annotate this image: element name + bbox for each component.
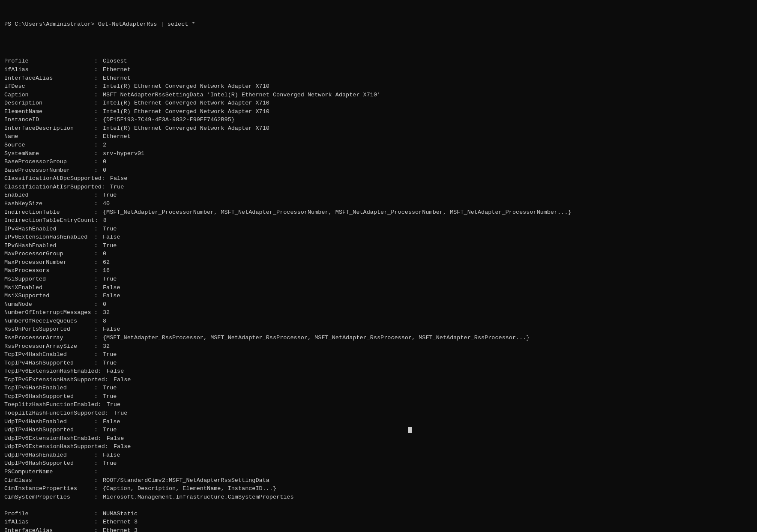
property-separator: : xyxy=(94,149,103,158)
property-separator: : xyxy=(94,392,103,401)
property-line: ifAlias: Ethernet 3 xyxy=(4,518,753,526)
property-line: ToeplitzHashFunctionSupported: True xyxy=(4,409,753,418)
property-name: TcpIPv6ExtensionHashSupported xyxy=(4,376,105,384)
property-value: True xyxy=(103,191,117,200)
property-line: ElementName: Intel(R) Ethernet Converged… xyxy=(4,108,753,116)
property-separator: : xyxy=(94,116,103,124)
property-separator: : xyxy=(105,376,114,384)
property-value: 32 xyxy=(103,308,110,317)
property-name: Source xyxy=(4,141,94,149)
property-name: ToeplitzHashFunctionEnabled xyxy=(4,400,98,409)
property-separator: : xyxy=(94,82,103,91)
property-separator: : xyxy=(94,141,103,149)
property-value: 0 xyxy=(103,250,106,258)
property-name: TcpIPv6HashSupported xyxy=(4,392,94,401)
property-value: Intel(R) Ethernet Converged Network Adap… xyxy=(103,99,269,108)
property-separator: : xyxy=(94,342,103,351)
property-line: PSComputerName: xyxy=(4,468,753,476)
property-value: True xyxy=(103,350,117,359)
property-name: HashKeySize xyxy=(4,200,94,208)
property-separator: : xyxy=(94,451,103,460)
property-value: Ethernet 3 xyxy=(103,526,138,532)
property-value: False xyxy=(114,442,131,451)
property-separator: : xyxy=(94,225,103,233)
property-name: BaseProcessorGroup xyxy=(4,158,94,166)
property-value: False xyxy=(103,325,120,334)
property-value: True xyxy=(103,242,117,250)
property-name: ifDesc xyxy=(4,82,94,91)
property-line: HashKeySize: 40 xyxy=(4,200,753,208)
property-value: True xyxy=(103,225,117,233)
property-line: Description: Intel(R) Ethernet Converged… xyxy=(4,99,753,108)
property-name: IPv4HashEnabled xyxy=(4,225,94,233)
property-name: IndirectionTable xyxy=(4,208,94,217)
property-line: RssOnPortsSupported: False xyxy=(4,325,753,334)
terminal-output: Profile: ClosestifAlias: EthernetInterfa… xyxy=(0,40,757,532)
blank-line xyxy=(4,49,753,57)
property-name: NumberOfReceiveQueues xyxy=(4,317,94,326)
property-separator: : xyxy=(94,510,103,518)
property-name: ElementName xyxy=(4,108,94,116)
property-separator: : xyxy=(94,493,103,502)
property-name: NumaNode xyxy=(4,300,94,309)
property-line: MaxProcessorGroup: 0 xyxy=(4,250,753,258)
property-line: IPv4HashEnabled: True xyxy=(4,225,753,233)
property-value: {Caption, Description, ElementName, Inst… xyxy=(103,484,276,493)
command-line: PS C:\Users\Administrator> Get-NetAdapte… xyxy=(4,20,753,29)
property-separator: : xyxy=(94,292,103,300)
property-line: NumberOfInterruptMessages: 32 xyxy=(4,308,753,317)
property-value: 0 xyxy=(103,158,106,166)
property-name: Enabled xyxy=(4,191,94,200)
property-value: True xyxy=(103,392,117,401)
property-line: MsiXEnabled: False xyxy=(4,284,753,292)
property-line: ClassificationAtDpcSupported: False xyxy=(4,174,753,183)
property-value: False xyxy=(103,284,120,292)
property-name: IndirectionTableEntryCount xyxy=(4,216,95,225)
property-line: Enabled: True xyxy=(4,191,753,200)
property-separator: : xyxy=(94,468,103,476)
property-separator: : xyxy=(94,359,103,368)
terminal-cursor xyxy=(408,427,412,433)
property-separator: : xyxy=(94,74,103,83)
property-name: NumberOfInterruptMessages xyxy=(4,308,94,317)
property-value: 8 xyxy=(103,317,106,326)
property-line: InterfaceAlias: Ethernet 3 xyxy=(4,526,753,532)
property-line: MsiXSupported: False xyxy=(4,292,753,300)
property-separator: : xyxy=(94,300,103,309)
property-separator: : xyxy=(102,174,110,183)
property-value: False xyxy=(103,451,120,460)
property-line: UdpIPv4HashSupported: True xyxy=(4,426,753,434)
property-line: ToeplitzHashFunctionEnabled: True xyxy=(4,400,753,409)
property-name: InterfaceAlias xyxy=(4,526,94,532)
property-line: MaxProcessorNumber: 62 xyxy=(4,258,753,267)
property-name: MaxProcessors xyxy=(4,266,94,275)
blank-line xyxy=(4,501,753,510)
property-name: Caption xyxy=(4,91,94,99)
property-value: False xyxy=(103,292,120,300)
property-line: Profile: NUMAStatic xyxy=(4,510,753,518)
property-name: ToeplitzHashFunctionSupported xyxy=(4,409,105,418)
property-name: UdpIPv6HashSupported xyxy=(4,459,94,468)
property-value: True xyxy=(114,409,127,418)
property-line: RssProcessorArray: {MSFT_NetAdapter_RssP… xyxy=(4,334,753,342)
property-line: ClassificationAtIsrSupported: True xyxy=(4,183,753,191)
property-separator: : xyxy=(94,275,103,284)
property-name: ClassificationAtIsrSupported xyxy=(4,183,102,191)
property-line: IPv6ExtensionHashEnabled: False xyxy=(4,233,753,242)
property-line: TcpIPv4HashEnabled: True xyxy=(4,350,753,359)
property-separator: : xyxy=(94,526,103,532)
property-value: srv-hyperv01 xyxy=(103,149,144,158)
property-value: True xyxy=(103,275,117,284)
property-separator: : xyxy=(94,317,103,326)
property-value: True xyxy=(103,384,117,392)
property-name: CimClass xyxy=(4,476,94,485)
property-name: PSComputerName xyxy=(4,468,94,476)
property-line: BaseProcessorGroup: 0 xyxy=(4,158,753,166)
property-value: Ethernet xyxy=(103,132,131,141)
property-line: MaxProcessors: 16 xyxy=(4,266,753,275)
property-value: False xyxy=(107,434,124,443)
property-name: BaseProcessorNumber xyxy=(4,166,94,175)
property-name: RssProcessorArray xyxy=(4,334,94,342)
property-name: UdpIPv6ExtensionHashSupported xyxy=(4,442,105,451)
property-line: CimInstanceProperties: {Caption, Descrip… xyxy=(4,484,753,493)
